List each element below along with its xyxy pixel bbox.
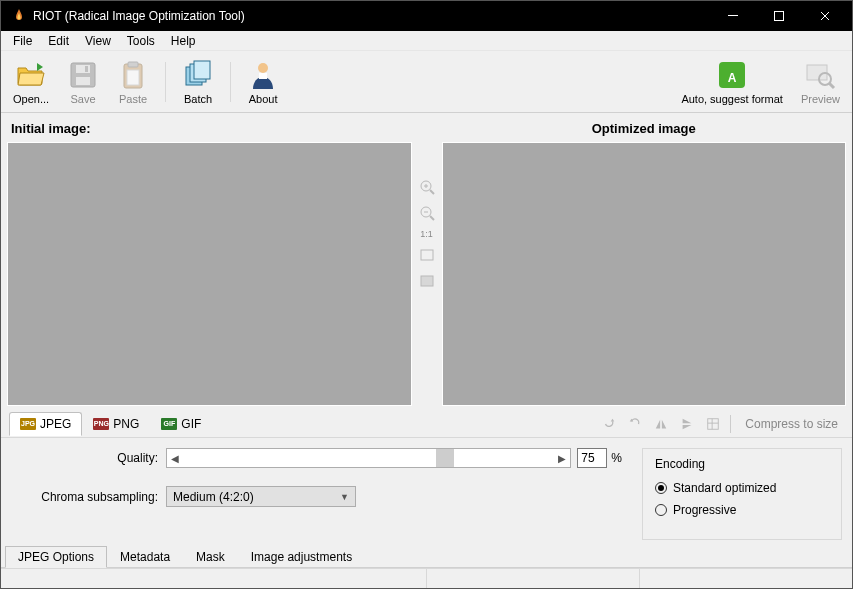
save-label: Save <box>71 93 96 105</box>
quality-label: Quality: <box>11 451 166 465</box>
pane-mid-controls: 1:1 <box>412 117 442 406</box>
paste-button[interactable]: Paste <box>113 57 153 107</box>
folder-open-icon <box>15 59 47 91</box>
toolbar-separator <box>230 62 231 102</box>
menu-view[interactable]: View <box>77 32 119 50</box>
person-icon <box>247 59 279 91</box>
save-button[interactable]: Save <box>63 57 103 107</box>
png-badge-icon: PNG <box>93 418 109 430</box>
paste-label: Paste <box>119 93 147 105</box>
preview-button[interactable]: Preview <box>797 57 844 107</box>
optimized-image-area[interactable] <box>442 142 847 406</box>
slider-left-arrow[interactable]: ◀ <box>167 453 183 464</box>
batch-button[interactable]: Batch <box>178 57 218 107</box>
rotate-cw-button[interactable] <box>626 415 644 433</box>
fit-window-button[interactable] <box>417 245 437 265</box>
btab-image-adjustments[interactable]: Image adjustments <box>238 546 365 568</box>
fit-image-button[interactable] <box>417 271 437 291</box>
rotate-ccw-button[interactable] <box>600 415 618 433</box>
about-button[interactable]: About <box>243 57 283 107</box>
menubar: File Edit View Tools Help <box>1 31 852 51</box>
chroma-value: Medium (4:2:0) <box>173 490 254 504</box>
svg-rect-11 <box>194 61 210 79</box>
auto-format-button[interactable]: A Auto, suggest format <box>677 57 787 107</box>
svg-rect-5 <box>85 66 88 72</box>
titlebar: RIOT (Radical Image Optimization Tool) <box>1 1 852 31</box>
encoding-progressive-label: Progressive <box>673 503 736 517</box>
optimized-pane: Optimized image <box>442 117 847 406</box>
encoding-standard-radio[interactable]: Standard optimized <box>655 481 829 495</box>
menu-file[interactable]: File <box>5 32 40 50</box>
initial-pane: Initial image: <box>7 117 412 406</box>
format-actions: Compress to size <box>600 415 844 433</box>
tab-png-label: PNG <box>113 417 139 431</box>
btab-jpeg-options[interactable]: JPEG Options <box>5 546 107 568</box>
zoom-out-button[interactable] <box>417 203 437 223</box>
maximize-button[interactable] <box>756 1 802 31</box>
svg-rect-0 <box>728 15 738 16</box>
svg-line-18 <box>829 83 834 88</box>
batch-icon <box>182 59 214 91</box>
window-title: RIOT (Radical Image Optimization Tool) <box>33 9 710 23</box>
svg-rect-28 <box>708 418 719 429</box>
btab-mask[interactable]: Mask <box>183 546 238 568</box>
bottom-tabs: JPEG Options Metadata Mask Image adjustm… <box>1 546 852 568</box>
zoom-ratio-label[interactable]: 1:1 <box>420 229 433 239</box>
btab-metadata[interactable]: Metadata <box>107 546 183 568</box>
open-button[interactable]: Open... <box>9 57 53 107</box>
tab-jpeg[interactable]: JPG JPEG <box>9 412 82 436</box>
optimized-pane-title: Optimized image <box>442 117 847 142</box>
radio-icon <box>655 482 667 494</box>
settings-left: Quality: ◀ ▶ % Chroma subsampling: Mediu… <box>11 448 622 540</box>
menu-help[interactable]: Help <box>163 32 204 50</box>
jpeg-badge-icon: JPG <box>20 418 36 430</box>
flip-v-button[interactable] <box>678 415 696 433</box>
svg-line-24 <box>430 216 434 220</box>
zoom-in-button[interactable] <box>417 177 437 197</box>
magnifier-icon <box>804 59 836 91</box>
tab-png[interactable]: PNG PNG <box>82 412 150 436</box>
resize-button[interactable] <box>704 415 722 433</box>
chevron-down-icon: ▼ <box>340 492 349 502</box>
status-cell-3 <box>639 569 852 588</box>
encoding-standard-label: Standard optimized <box>673 481 776 495</box>
action-separator <box>730 415 731 433</box>
status-cell-2 <box>426 569 639 588</box>
status-cell-1 <box>1 569 426 588</box>
minimize-button[interactable] <box>710 1 756 31</box>
slider-right-arrow[interactable]: ▶ <box>554 453 570 464</box>
menu-tools[interactable]: Tools <box>119 32 163 50</box>
flip-h-button[interactable] <box>652 415 670 433</box>
chroma-select[interactable]: Medium (4:2:0) ▼ <box>166 486 356 507</box>
initial-pane-title: Initial image: <box>7 117 412 142</box>
format-tabs: JPG JPEG PNG PNG GIF GIF <box>9 412 212 436</box>
chroma-row: Chroma subsampling: Medium (4:2:0) ▼ <box>11 486 622 507</box>
svg-rect-1 <box>775 12 784 21</box>
menu-edit[interactable]: Edit <box>40 32 77 50</box>
encoding-group: Encoding Standard optimized Progressive <box>642 448 842 540</box>
svg-rect-13 <box>259 73 267 79</box>
initial-image-area[interactable] <box>7 142 412 406</box>
settings-panel: Quality: ◀ ▶ % Chroma subsampling: Mediu… <box>1 438 852 546</box>
svg-point-12 <box>258 63 268 73</box>
toolbar: Open... Save Paste Batch About A Auto, s… <box>1 51 852 113</box>
batch-label: Batch <box>184 93 212 105</box>
svg-rect-4 <box>76 77 90 85</box>
encoding-progressive-radio[interactable]: Progressive <box>655 503 829 517</box>
radio-icon <box>655 504 667 516</box>
about-label: About <box>249 93 278 105</box>
tab-gif[interactable]: GIF GIF <box>150 412 212 436</box>
tab-gif-label: GIF <box>181 417 201 431</box>
open-label: Open... <box>13 93 49 105</box>
encoding-legend: Encoding <box>655 457 829 471</box>
quality-slider[interactable]: ◀ ▶ <box>166 448 571 468</box>
close-button[interactable] <box>802 1 848 31</box>
svg-line-20 <box>430 190 434 194</box>
tab-jpeg-label: JPEG <box>40 417 71 431</box>
app-icon <box>11 8 27 24</box>
svg-rect-26 <box>421 250 433 260</box>
compress-to-size-link[interactable]: Compress to size <box>739 417 844 431</box>
quality-input[interactable] <box>577 448 607 468</box>
chroma-label: Chroma subsampling: <box>11 490 166 504</box>
svg-rect-8 <box>127 70 139 85</box>
